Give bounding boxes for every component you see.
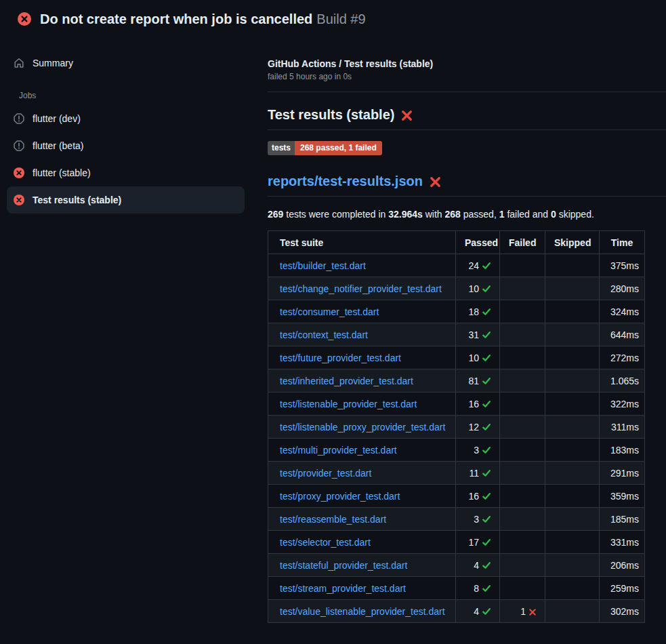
suite-link[interactable]: test/provider_test.dart xyxy=(280,468,371,479)
check-icon xyxy=(482,468,491,478)
suite-link[interactable]: test/inherited_provider_test.dart xyxy=(280,376,413,386)
time-cell: 324ms xyxy=(600,300,645,323)
suite-link[interactable]: test/listenable_proxy_provider_test.dart xyxy=(280,422,445,432)
suite-cell: test/stream_provider_test.dart xyxy=(268,577,456,600)
summary-text: with xyxy=(423,209,445,220)
suite-link[interactable]: test/change_notifier_provider_test.dart xyxy=(280,283,442,294)
suite-link[interactable]: test/proxy_provider_test.dart xyxy=(280,491,400,502)
failed-cell xyxy=(500,508,545,531)
column-header-failed: Failed xyxy=(500,231,545,254)
sidebar-item-job-0[interactable]: flutter (dev) xyxy=(7,105,245,132)
sidebar-item-job-2[interactable]: flutter (stable) xyxy=(7,159,245,186)
skipped-cell xyxy=(545,393,600,416)
failed-cell xyxy=(500,416,545,439)
header-row: Test suitePassedFailedSkippedTime xyxy=(268,231,645,254)
suite-link[interactable]: test/multi_provider_test.dart xyxy=(280,445,397,456)
passed-cell: 4 xyxy=(456,554,500,577)
passed-cell-count: 18 xyxy=(468,306,479,317)
failed-cell xyxy=(500,254,545,277)
failed-cell xyxy=(500,577,545,600)
passed-cell: 3 xyxy=(456,508,500,531)
table-row: test/stateful_provider_test.dart4206ms xyxy=(268,554,645,577)
suite-link[interactable]: test/context_test.dart xyxy=(280,329,368,340)
suite-cell: test/reassemble_test.dart xyxy=(268,508,456,531)
suite-link[interactable]: test/consumer_test.dart xyxy=(280,306,379,317)
time-cell: 644ms xyxy=(600,323,645,346)
passed-cell: 8 xyxy=(456,577,500,600)
suite-link[interactable]: test/value_listenable_provider_test.dart xyxy=(280,606,445,617)
passed-cell: 16 xyxy=(456,485,500,508)
time-cell: 183ms xyxy=(600,439,645,462)
check-icon xyxy=(482,607,491,616)
stop-octagon-icon xyxy=(14,113,24,124)
build-title: Do not create report when job is cancell… xyxy=(40,12,312,26)
suite-link[interactable]: test/selector_test.dart xyxy=(280,537,371,548)
sidebar-item-label: flutter (dev) xyxy=(33,113,81,124)
sidebar-item-label: flutter (stable) xyxy=(33,167,91,178)
check-icon xyxy=(482,538,491,547)
suite-cell: test/stateful_provider_test.dart xyxy=(268,554,456,577)
passed-cell-count: 81 xyxy=(468,376,479,386)
suite-cell: test/inherited_provider_test.dart xyxy=(268,369,456,393)
sidebar: Summary Jobs flutter (dev)flutter (beta)… xyxy=(0,38,251,214)
time-cell: 375ms xyxy=(600,254,645,277)
passed-cell: 17 xyxy=(456,531,500,554)
column-header-passed: Passed xyxy=(456,231,500,254)
check-icon xyxy=(482,284,491,294)
tests-badge: tests268 passed, 1 failed xyxy=(268,141,382,155)
passed-cell-count: 4 xyxy=(474,560,479,571)
suite-cell: test/change_notifier_provider_test.dart xyxy=(268,277,456,300)
summary-value: 1 xyxy=(499,209,505,220)
failed-cell xyxy=(500,531,545,554)
suite-link[interactable]: test/builder_test.dart xyxy=(280,260,366,271)
suite-cell: test/future_provider_test.dart xyxy=(268,346,456,369)
sidebar-item-summary[interactable]: Summary xyxy=(7,49,245,77)
report-file-link[interactable]: reports/test-results.json xyxy=(268,174,423,189)
suite-link[interactable]: test/stream_provider_test.dart xyxy=(280,583,406,594)
failed-cell xyxy=(500,369,545,393)
cross-icon xyxy=(528,608,537,616)
check-icon xyxy=(482,561,491,570)
passed-cell: 31 xyxy=(456,323,500,346)
summary-text: passed, xyxy=(461,209,499,220)
time-cell: 272ms xyxy=(600,346,645,369)
summary-value: 32.964s xyxy=(388,209,423,220)
check-icon xyxy=(482,515,491,524)
failed-cell xyxy=(500,485,545,508)
failed-cell-count: 1 xyxy=(520,606,526,617)
home-icon xyxy=(14,58,24,68)
passed-cell-count: 16 xyxy=(468,491,479,502)
suite-link[interactable]: test/listenable_provider_test.dart xyxy=(280,399,417,409)
badge-label: tests xyxy=(268,141,295,155)
passed-cell-count: 4 xyxy=(474,606,479,617)
passed-cell-count: 12 xyxy=(468,422,479,432)
x-circle-icon xyxy=(14,167,24,178)
time-cell: 359ms xyxy=(600,485,645,508)
suite-link[interactable]: test/future_provider_test.dart xyxy=(280,353,401,363)
passed-cell: 24 xyxy=(456,254,500,277)
passed-cell-count: 10 xyxy=(468,353,479,363)
jobs-section-label: Jobs xyxy=(19,91,251,100)
sidebar-item-job-1[interactable]: flutter (beta) xyxy=(7,132,245,159)
sidebar-item-job-3[interactable]: Test results (stable) xyxy=(7,186,245,214)
suite-link[interactable]: test/reassemble_test.dart xyxy=(280,514,386,525)
suite-cell: test/value_listenable_provider_test.dart xyxy=(268,600,456,623)
table-row: test/selector_test.dart17331ms xyxy=(268,531,645,554)
table-row: test/consumer_test.dart18324ms xyxy=(268,300,645,323)
passed-cell: 18 xyxy=(456,300,500,323)
table-row: test/listenable_proxy_provider_test.dart… xyxy=(268,416,645,439)
table-row: test/context_test.dart31644ms xyxy=(268,323,645,346)
time-cell: 280ms xyxy=(600,277,645,300)
stop-octagon-icon xyxy=(14,140,24,151)
table-row: test/value_listenable_provider_test.dart… xyxy=(268,600,645,623)
passed-cell-count: 31 xyxy=(468,329,479,340)
skipped-cell xyxy=(545,462,600,485)
suite-link[interactable]: test/stateful_provider_test.dart xyxy=(280,560,407,571)
table-row: test/proxy_provider_test.dart16359ms xyxy=(268,485,645,508)
table-row: test/provider_test.dart11291ms xyxy=(268,462,645,485)
report-main: GitHub Actions / Test results (stable) f… xyxy=(251,38,666,623)
passed-cell: 10 xyxy=(456,346,500,369)
time-cell: 302ms xyxy=(600,600,645,623)
suite-cell: test/consumer_test.dart xyxy=(268,300,456,323)
results-table: Test suitePassedFailedSkippedTime test/b… xyxy=(268,230,645,623)
